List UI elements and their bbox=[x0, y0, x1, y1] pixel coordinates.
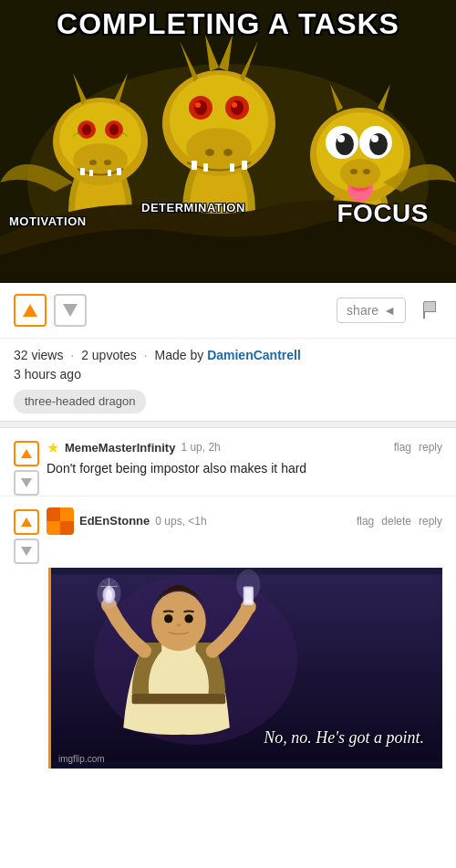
comment-1: ★ MemeMasterInfinity 1 up, 2h flag reply… bbox=[0, 428, 456, 497]
share-button[interactable]: share ◄ bbox=[337, 298, 406, 323]
comment-2-flag-link[interactable]: flag bbox=[357, 515, 374, 528]
flag-button[interactable] bbox=[417, 296, 442, 325]
avatar-tl bbox=[47, 507, 60, 521]
comment-2: EdEnStonne 0 ups, <1h flag delete reply bbox=[0, 497, 456, 769]
comment-2-downvote[interactable] bbox=[14, 539, 39, 564]
comment-2-content: EdEnStonne 0 ups, <1h flag delete reply bbox=[47, 507, 442, 539]
comment-1-upvote[interactable] bbox=[14, 441, 39, 466]
comment-2-delete-link[interactable]: delete bbox=[381, 515, 411, 528]
svg-point-27 bbox=[232, 102, 237, 108]
comment-1-reply-link[interactable]: reply bbox=[419, 441, 442, 454]
svg-point-28 bbox=[205, 149, 214, 156]
comment-2-user-line: EdEnStonne 0 ups, <1h flag delete reply bbox=[47, 507, 442, 535]
comment-1-row: ★ MemeMasterInfinity 1 up, 2h flag reply… bbox=[14, 439, 442, 496]
svg-point-60 bbox=[236, 569, 260, 600]
svg-point-23 bbox=[194, 100, 207, 115]
comment-1-meta: 1 up, 2h bbox=[181, 441, 220, 454]
svg-point-8 bbox=[82, 124, 91, 135]
comment-2-avatar bbox=[47, 507, 74, 535]
comment-1-up-arrow-icon bbox=[21, 449, 32, 458]
vote-group bbox=[14, 294, 87, 327]
meme-label-determination: DETERMINATION bbox=[141, 201, 245, 214]
svg-point-61 bbox=[151, 591, 206, 651]
flag-icon bbox=[421, 300, 438, 320]
downvote-arrow-icon bbox=[63, 304, 78, 317]
share-icon: ◄ bbox=[383, 303, 396, 318]
svg-point-25 bbox=[231, 100, 244, 115]
separator2: · bbox=[144, 348, 148, 362]
svg-rect-16 bbox=[117, 168, 121, 175]
section-divider bbox=[0, 421, 456, 428]
comment-1-down-arrow-icon bbox=[21, 478, 32, 487]
svg-point-42 bbox=[337, 135, 345, 142]
comment-2-user-left: EdEnStonne 0 ups, <1h bbox=[47, 507, 207, 535]
imgflip-watermark: imgflip.com bbox=[58, 754, 105, 764]
post-username[interactable]: DamienCantrell bbox=[207, 348, 301, 362]
comment-1-downvote[interactable] bbox=[14, 470, 39, 496]
svg-rect-15 bbox=[108, 170, 111, 176]
reply-image-container: No, no. He's got a point. imgflip.com bbox=[48, 568, 442, 769]
meme-label-motivation: MOTIVATION bbox=[9, 214, 87, 228]
comment-1-actions: flag reply bbox=[394, 441, 442, 454]
comment-2-votes bbox=[14, 507, 39, 564]
meme-label-focus: FOCUS bbox=[337, 199, 430, 228]
post-time: 3 hours ago bbox=[14, 367, 81, 382]
svg-point-62 bbox=[164, 614, 172, 622]
share-label: share bbox=[347, 303, 378, 318]
comment-2-down-arrow-icon bbox=[21, 547, 32, 556]
svg-rect-14 bbox=[89, 170, 93, 176]
svg-point-48 bbox=[363, 169, 370, 174]
downvote-button[interactable] bbox=[54, 294, 87, 327]
svg-point-26 bbox=[195, 102, 201, 108]
svg-point-43 bbox=[371, 135, 378, 142]
avatar-br bbox=[60, 521, 74, 535]
avatar-tr bbox=[60, 507, 74, 521]
made-by-prefix: Made by bbox=[155, 348, 204, 362]
upvote-arrow-icon bbox=[23, 304, 37, 317]
post-actions-bar: share ◄ bbox=[0, 283, 456, 339]
svg-rect-30 bbox=[192, 161, 197, 170]
separator1: · bbox=[70, 348, 74, 362]
post-tag[interactable]: three-headed dragon bbox=[14, 390, 146, 413]
meme-title: COMPLETING A TASKS bbox=[57, 7, 399, 41]
svg-rect-13 bbox=[80, 168, 85, 175]
reply-image: No, no. He's got a point. imgflip.com bbox=[51, 568, 442, 769]
meme-image: COMPLETING A TASKS MOTIVATION DETERMINAT… bbox=[0, 0, 456, 283]
comment-2-up-arrow-icon bbox=[21, 518, 32, 527]
upvote-button[interactable] bbox=[14, 294, 47, 327]
svg-point-29 bbox=[223, 149, 233, 156]
svg-point-10 bbox=[109, 124, 119, 135]
svg-rect-33 bbox=[242, 161, 247, 170]
avatar-bl bbox=[47, 521, 60, 535]
reply-image-caption: No, no. He's got a point. bbox=[264, 727, 424, 749]
comment-1-text: Don't forget being impostor also makes i… bbox=[47, 460, 442, 478]
svg-point-63 bbox=[184, 614, 192, 622]
view-count: 32 views bbox=[14, 348, 63, 362]
share-flag-group: share ◄ bbox=[337, 296, 442, 325]
svg-rect-51 bbox=[132, 693, 226, 703]
comment-1-flag-link[interactable]: flag bbox=[394, 441, 411, 454]
svg-point-12 bbox=[104, 160, 111, 165]
svg-rect-31 bbox=[203, 163, 208, 172]
comment-2-row: EdEnStonne 0 ups, <1h flag delete reply bbox=[14, 507, 442, 564]
svg-point-47 bbox=[350, 169, 358, 174]
svg-rect-32 bbox=[230, 163, 234, 172]
comment-1-user-left: ★ MemeMasterInfinity 1 up, 2h bbox=[47, 439, 221, 456]
comment-1-votes bbox=[14, 439, 39, 496]
upvote-count: 2 upvotes bbox=[81, 348, 137, 362]
comment-2-actions: flag delete reply bbox=[357, 515, 442, 528]
comment-2-upvote[interactable] bbox=[14, 509, 39, 535]
svg-point-46 bbox=[340, 159, 380, 188]
svg-point-11 bbox=[89, 160, 97, 165]
comment-1-username[interactable]: MemeMasterInfinity bbox=[65, 441, 175, 455]
comment-2-meta: 0 ups, <1h bbox=[155, 515, 206, 528]
star-icon: ★ bbox=[47, 439, 59, 456]
comment-2-username[interactable]: EdEnStonne bbox=[79, 514, 150, 528]
avatar-mosaic bbox=[47, 507, 74, 535]
post-meta: 32 views · 2 upvotes · Made by DamienCan… bbox=[0, 339, 456, 421]
comment-1-user-line: ★ MemeMasterInfinity 1 up, 2h flag reply bbox=[47, 439, 442, 456]
comment-1-content: ★ MemeMasterInfinity 1 up, 2h flag reply… bbox=[47, 439, 442, 487]
comment-2-reply-link[interactable]: reply bbox=[419, 515, 442, 528]
